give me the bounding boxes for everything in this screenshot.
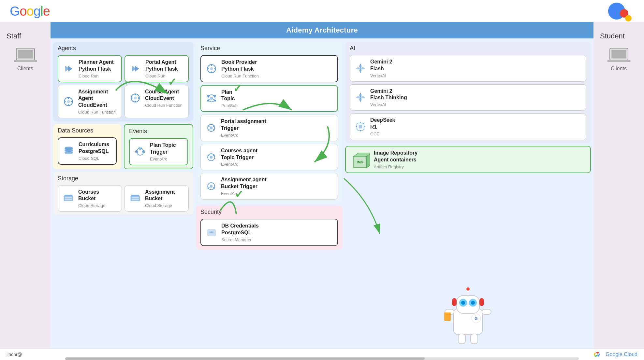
deepseek-card: DeepSeekR1 GCE [350,113,586,140]
img-label: IMG [357,160,364,164]
assignment-bucket-card: AssignmentBucket Cloud Storage [124,185,189,212]
service-label: Service [200,45,338,52]
plan-topic-sub: Pub/Sub [221,103,238,108]
svg-point-84 [461,301,465,305]
laptop-icon-staff [14,47,37,63]
middle-column: Service [196,42,343,344]
courses-bucket-icon [62,192,75,205]
plan-topic-trigger-card: Plan TopicTrigger EventArc [129,138,188,165]
svg-point-66 [210,185,213,188]
courses-bucket-card: CoursesBucket Cloud Storage [58,185,122,212]
svg-rect-2 [14,60,37,62]
student-client-box: Clients [607,47,630,72]
planner-agent-icon [62,62,75,75]
agents-section: Agents [53,42,193,121]
courses-agent-trigger-card: Courses-agentTopic Trigger EventArc [200,144,338,171]
artifact-img-icon: IMG [350,150,370,169]
deepseek-sub: GCE [370,132,395,136]
svg-marker-4 [68,66,72,72]
svg-marker-6 [135,66,139,72]
datasources-section: Data Sources [53,124,121,169]
svg-point-15 [131,97,133,99]
svg-point-41 [207,68,209,70]
gemini-flash-sub: VertexAI [370,73,392,78]
security-label: Security [200,209,338,215]
bottom-bar: linchr@ Google Cloud [0,348,644,360]
svg-rect-34 [64,195,72,196]
svg-rect-103 [607,60,630,62]
gemini-thinking-card: Gemini 2Flash Thinking VertexAI [350,84,586,111]
assignment-bucket-icon [129,192,142,205]
storage-section: Storage [53,172,193,215]
staff-panel: Staff Clients [0,22,51,348]
datasources-label: Data Sources [58,127,117,134]
svg-point-14 [134,97,137,100]
svg-point-17 [135,94,136,95]
top-bar: Google [0,0,644,22]
agents-label: Agents [58,45,189,52]
events-label: Events [129,128,188,135]
main-content: Staff Clients Aidemy Architecture Agents [0,22,644,348]
portal-assignment-trigger-card: Portal assignmentTrigger EventArc [200,115,338,141]
ai-cards: Gemini 2Flash VertexAI [350,55,586,140]
svg-point-40 [210,67,213,70]
staff-title: Staff [7,32,21,40]
svg-rect-89 [479,298,484,306]
db-credentials-sub: Secret Manager [221,237,259,242]
assignment-agent-trigger-name: Assignment-agentBucket Trigger [221,176,267,190]
google-cloud-logo: Google Cloud [593,351,637,358]
courses-agent-trigger-name: Courses-agentTopic Trigger [221,147,257,161]
svg-text:G: G [475,316,477,321]
portal-assignment-trigger-icon [205,121,218,134]
gemini-logo [608,3,634,22]
courses-agent-trigger-sub: EventArc [221,162,257,167]
arch-title: Aidemy Architecture [286,26,358,34]
plan-topic-trigger-icon [134,145,147,158]
robot-illustration-area: G [345,176,591,344]
svg-point-51 [207,95,209,97]
svg-rect-35 [131,196,140,201]
assignment-bucket-sub: Cloud Storage [145,203,175,208]
book-provider-sub: Cloud Run Function [221,74,259,78]
robot-svg: G [444,286,492,348]
curriculums-card: CurriculumsPostgreSQL Cloud SQL [58,137,117,165]
right-column: AI [345,42,591,344]
plan-topic-trigger-name: Plan TopicTrigger [150,142,176,156]
security-section: Security *** DB CredentialsPostgreSQL [196,205,343,249]
agents-grid: Planner AgentPython Flask Cloud Run [58,55,189,118]
events-section: Events [124,124,193,169]
assignment-agent-card: Assignment AgentCloudEvent Cloud Run Fun… [58,85,122,118]
svg-rect-72 [359,125,362,129]
deepseek-icon [354,120,367,133]
svg-point-53 [207,100,209,102]
svg-rect-1 [18,50,33,58]
assignment-agent-sub: Cloud Run Function [78,110,118,115]
storage-grid: CoursesBucket Cloud Storage [58,185,189,212]
gemini-flash-icon [354,62,367,75]
google-logo: Google [10,4,50,19]
svg-point-54 [214,100,216,102]
scrollbar-thumb[interactable] [65,357,425,360]
robot-illustration: G [444,286,492,344]
svg-rect-31 [64,196,73,201]
svg-point-62 [210,156,213,159]
img-box: IMG [350,150,370,169]
artifact-registry-name: Image RepositoryAgent containers [374,150,417,163]
svg-point-85 [471,301,475,305]
db-credentials-name: DB CredentialsPostgreSQL [221,223,259,236]
svg-point-11 [68,97,69,99]
scrollbar[interactable] [65,357,579,360]
curriculums-name: CurriculumsPostgreSQL [79,141,109,155]
google-cloud-text: Google Cloud [606,352,637,357]
assignment-agent-trigger-sub: EventArc [221,191,267,196]
assignment-agent-trigger-icon [205,180,218,193]
google-cloud-icon [593,351,603,358]
left-column: Agents [53,42,193,344]
gemini-flash-card: Gemini 2Flash VertexAI [350,55,586,82]
storage-label: Storage [58,175,189,182]
book-provider-icon [205,62,218,75]
portal-agent-icon [129,62,142,75]
bottom-left-text: linchr@ [7,352,22,357]
datasource-events-row: Data Sources [53,124,193,169]
svg-point-46 [210,97,213,100]
